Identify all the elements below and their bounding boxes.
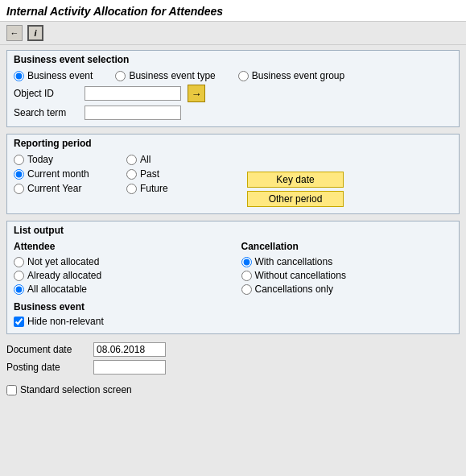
radio-current-month[interactable]: Current month: [14, 168, 126, 180]
radio-already-allocated[interactable]: Already allocated: [14, 270, 225, 281]
business-event-selection-title: Business event selection: [14, 54, 452, 65]
dates-section: Document date Posting date: [6, 341, 460, 381]
hide-non-relevant-checkbox[interactable]: [14, 317, 24, 327]
radio-all-allocatable[interactable]: All allocatable: [14, 284, 225, 295]
radio-today-label: Today: [27, 154, 53, 165]
object-id-input[interactable]: [85, 86, 181, 101]
attendee-col-title: Attendee: [14, 241, 225, 252]
already-allocated-label: Already allocated: [27, 270, 101, 281]
standard-selection-row: Standard selection screen: [6, 384, 460, 395]
radio-business-event-group[interactable]: Business event group: [238, 70, 344, 81]
object-id-label: Object ID: [14, 88, 78, 99]
radio-future[interactable]: Future: [126, 183, 239, 194]
key-date-button[interactable]: Key date: [247, 172, 344, 188]
radio-future-label: Future: [140, 183, 168, 194]
cancellation-column: Cancellation With cancellations Without …: [241, 241, 453, 295]
radio-past-label: Past: [140, 168, 159, 180]
radio-current-month-label: Current month: [27, 168, 89, 180]
info-icon[interactable]: i: [27, 25, 43, 41]
attendee-column: Attendee Not yet allocated Already alloc…: [14, 241, 225, 295]
cancellations-only-label: Cancellations only: [255, 284, 333, 295]
radio-cancellations-only[interactable]: Cancellations only: [241, 284, 453, 295]
radio-current-year[interactable]: Current Year: [14, 183, 126, 194]
cancellation-col-title: Cancellation: [241, 241, 453, 252]
radio-business-event-group-label: Business event group: [252, 70, 344, 81]
list-output-title: List output: [14, 225, 452, 236]
radio-current-year-label: Current Year: [27, 183, 81, 194]
radio-today[interactable]: Today: [14, 154, 126, 165]
document-date-label: Document date: [6, 344, 87, 355]
hide-non-relevant-checkbox-label[interactable]: Hide non-relevant: [14, 316, 452, 327]
back-icon[interactable]: ←: [6, 25, 23, 41]
standard-selection-checkbox[interactable]: [6, 385, 17, 395]
with-cancellations-label: With cancellations: [255, 256, 333, 267]
radio-all[interactable]: All: [126, 154, 239, 165]
list-output-section: List output Attendee Not yet allocated A…: [6, 221, 460, 334]
posting-date-input[interactable]: [93, 360, 166, 375]
not-yet-allocated-label: Not yet allocated: [27, 256, 99, 267]
radio-business-event[interactable]: Business event: [14, 70, 93, 81]
without-cancellations-label: Without cancellations: [255, 270, 346, 281]
reporting-period-title: Reporting period: [14, 138, 452, 149]
page-title: Internal Activity Allocation for Attende…: [6, 5, 460, 18]
radio-business-event-type[interactable]: Business event type: [115, 70, 215, 81]
radio-business-event-label: Business event: [27, 70, 93, 81]
business-event-selection-section: Business event selection Business event …: [6, 50, 460, 127]
arrow-button[interactable]: →: [188, 85, 205, 102]
hide-non-relevant-label: Hide non-relevant: [27, 316, 104, 327]
business-event-label: Business event: [14, 301, 452, 313]
radio-without-cancellations[interactable]: Without cancellations: [241, 270, 453, 281]
all-allocatable-label: All allocatable: [27, 284, 87, 295]
reporting-period-section: Reporting period Today Current month Cur…: [6, 134, 460, 214]
document-date-input[interactable]: [93, 342, 166, 357]
search-term-label: Search term: [14, 107, 78, 118]
standard-selection-label: Standard selection screen: [20, 384, 132, 395]
radio-all-label: All: [140, 154, 151, 165]
other-period-button[interactable]: Other period: [247, 191, 344, 207]
posting-date-label: Posting date: [6, 362, 87, 373]
radio-with-cancellations[interactable]: With cancellations: [241, 256, 453, 267]
search-term-input[interactable]: [85, 106, 181, 120]
radio-past[interactable]: Past: [126, 168, 239, 180]
radio-not-yet-allocated[interactable]: Not yet allocated: [14, 256, 225, 267]
radio-business-event-type-label: Business event type: [129, 70, 215, 81]
business-event-subsection: Business event Hide non-relevant: [14, 301, 452, 327]
